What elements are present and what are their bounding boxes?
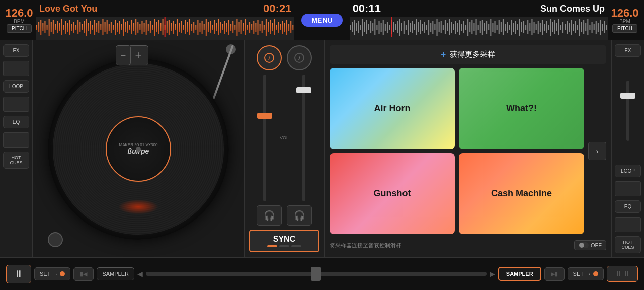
right-channel-button[interactable]: ♪ bbox=[287, 45, 312, 70]
svg-rect-46 bbox=[131, 20, 132, 34]
svg-rect-88 bbox=[218, 19, 219, 35]
svg-rect-32 bbox=[102, 19, 103, 35]
vol-label: VOL bbox=[280, 135, 289, 140]
right-loop-button[interactable]: LOOP bbox=[615, 165, 641, 177]
sampler-section: + 获得更多采样 Air Horn What?! Gunshot Cash bbox=[325, 40, 611, 257]
arrow-right: → bbox=[586, 271, 591, 277]
svg-rect-235 bbox=[575, 21, 576, 33]
menu-button[interactable]: MENU bbox=[301, 14, 342, 27]
off-toggle[interactable]: OFF bbox=[574, 240, 606, 250]
set-button-right[interactable]: SET → bbox=[568, 267, 604, 280]
left-pitch-button[interactable]: PITCH bbox=[7, 24, 32, 33]
pause-button-right[interactable]: ⏸⏸ bbox=[607, 266, 638, 282]
svg-rect-19 bbox=[75, 25, 76, 30]
left-loop-control[interactable] bbox=[3, 97, 29, 112]
sample-pad-air-horn[interactable]: Air Horn bbox=[330, 68, 455, 149]
right-fader-track[interactable] bbox=[302, 75, 305, 201]
svg-rect-205 bbox=[513, 23, 514, 32]
svg-rect-134 bbox=[366, 20, 367, 34]
svg-rect-94 bbox=[230, 24, 231, 31]
svg-rect-49 bbox=[137, 22, 138, 33]
left-hotcues-button[interactable]: HOTCUES bbox=[3, 152, 29, 169]
svg-rect-136 bbox=[370, 21, 371, 33]
right-fader-handle[interactable] bbox=[296, 87, 311, 93]
minus-button[interactable]: − bbox=[116, 45, 131, 65]
sync-dot-1 bbox=[267, 245, 277, 247]
crossfader-handle[interactable] bbox=[311, 267, 321, 281]
left-eq-control[interactable] bbox=[3, 132, 29, 148]
right-waveform[interactable] bbox=[350, 17, 608, 40]
gunshot-label: Gunshot bbox=[374, 188, 411, 199]
svg-rect-102 bbox=[247, 25, 248, 30]
sync-button[interactable]: SYNC bbox=[249, 230, 319, 252]
right-panel-fader-track[interactable] bbox=[626, 81, 629, 141]
sampler-next-button[interactable]: › bbox=[588, 142, 606, 160]
svg-rect-53 bbox=[146, 20, 147, 35]
svg-rect-125 bbox=[165, 17, 166, 37]
left-fx-button[interactable]: FX bbox=[3, 44, 29, 57]
svg-rect-106 bbox=[255, 23, 256, 32]
right-panel-fader-handle[interactable] bbox=[620, 93, 635, 99]
right-eq-control[interactable] bbox=[615, 217, 641, 232]
svg-rect-100 bbox=[243, 23, 244, 31]
left-waveform[interactable] bbox=[36, 17, 294, 40]
set-button-left[interactable]: SET → bbox=[34, 267, 70, 280]
svg-rect-164 bbox=[428, 20, 429, 35]
svg-rect-169 bbox=[438, 22, 439, 32]
svg-rect-128 bbox=[354, 20, 355, 35]
right-fx-button[interactable]: FX bbox=[615, 44, 641, 57]
svg-rect-33 bbox=[105, 22, 106, 32]
turntable-outer[interactable]: MAKER 90.01 VX300 ßuırpe bbox=[48, 58, 229, 240]
svg-rect-142 bbox=[382, 20, 383, 35]
sample-pad-cash-machine[interactable]: Cash Machine bbox=[459, 153, 584, 234]
svg-rect-176 bbox=[453, 24, 454, 30]
svg-rect-77 bbox=[195, 25, 196, 30]
svg-rect-185 bbox=[471, 20, 472, 34]
svg-rect-99 bbox=[241, 20, 242, 34]
sample-pad-what[interactable]: What?! bbox=[459, 68, 584, 149]
faders-row: VOL bbox=[249, 75, 320, 201]
sampler-button-right[interactable]: SAMPLER bbox=[498, 267, 541, 281]
turntable-record[interactable]: MAKER 90.01 VX300 ßuırpe bbox=[53, 63, 224, 235]
crossfader-left-arrow[interactable]: ◀ bbox=[137, 270, 143, 278]
svg-rect-115 bbox=[274, 19, 275, 35]
vol-label-area: VOL bbox=[280, 75, 289, 201]
left-loop-button[interactable]: LOOP bbox=[3, 80, 29, 93]
turntable-section: + − MAKER 90.01 VX300 ßuırpe bbox=[33, 40, 244, 257]
platter-knob[interactable] bbox=[48, 232, 63, 247]
svg-rect-68 bbox=[177, 19, 178, 36]
svg-rect-183 bbox=[467, 19, 468, 36]
crossfader-right-arrow[interactable]: ▶ bbox=[490, 270, 495, 278]
crossfader-track[interactable] bbox=[146, 272, 487, 276]
music-note-left-icon: ♪ bbox=[264, 52, 275, 63]
right-eq-button[interactable]: EQ bbox=[615, 200, 641, 213]
right-pitch-button[interactable]: PITCH bbox=[612, 24, 637, 33]
svg-rect-147 bbox=[393, 22, 394, 32]
svg-rect-135 bbox=[368, 24, 369, 30]
right-waveform-section: 00:11 Sun Comes Up bbox=[350, 0, 608, 40]
left-fader-track[interactable] bbox=[263, 75, 266, 201]
right-hotcues-button[interactable]: HOTCUES bbox=[615, 236, 641, 253]
sample-pad-gunshot[interactable]: Gunshot bbox=[330, 153, 455, 234]
left-channel-button[interactable]: ♪ bbox=[257, 45, 282, 70]
get-more-samples-button[interactable]: + 获得更多采样 bbox=[330, 45, 606, 64]
cue-button-left[interactable]: ▮◀ bbox=[73, 267, 94, 281]
left-eq-button[interactable]: EQ bbox=[3, 116, 29, 128]
left-headphone-button[interactable]: 🎧 bbox=[257, 205, 282, 226]
svg-rect-162 bbox=[424, 22, 425, 33]
sampler-label-left[interactable]: SAMPLER bbox=[97, 267, 134, 280]
right-headphone-button[interactable]: 🎧 bbox=[287, 205, 312, 226]
pause-button-left[interactable]: ⏸ bbox=[6, 265, 31, 283]
left-fx-slider-area[interactable] bbox=[3, 61, 29, 76]
svg-rect-230 bbox=[565, 24, 566, 30]
svg-rect-154 bbox=[408, 20, 409, 35]
svg-rect-17 bbox=[71, 24, 72, 31]
add-button[interactable]: + bbox=[128, 45, 148, 65]
svg-rect-199 bbox=[500, 22, 501, 32]
toggle-slider[interactable] bbox=[579, 242, 589, 248]
left-fader-handle[interactable] bbox=[257, 113, 272, 119]
cue-button-right[interactable]: ▶▮ bbox=[544, 267, 565, 281]
mixer-icons: ♪ ♪ bbox=[257, 45, 312, 70]
right-loop-control[interactable] bbox=[615, 181, 641, 196]
svg-rect-240 bbox=[585, 23, 586, 31]
